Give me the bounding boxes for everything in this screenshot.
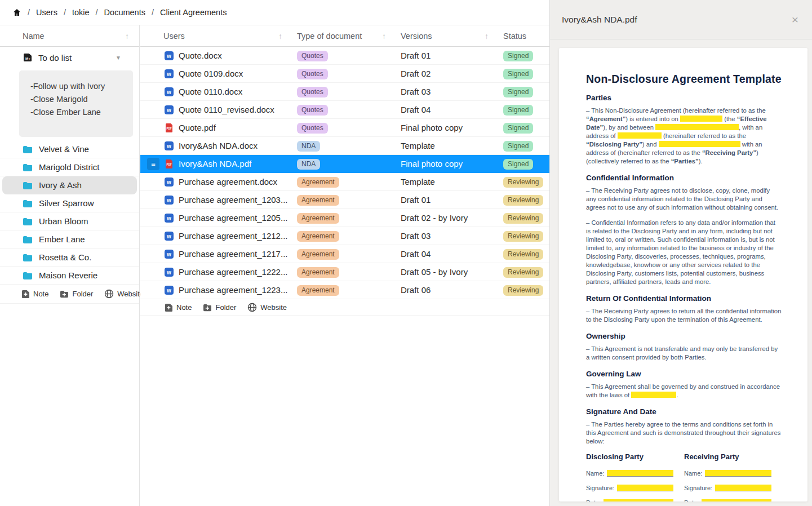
version-cell: Final photo copy (401, 159, 503, 168)
sidebar-add-note-button[interactable]: Note (21, 290, 48, 299)
file-name-cell: wPurchase agreement_1222... (140, 267, 297, 277)
table-add-note-button[interactable]: Note (165, 303, 192, 312)
table-row[interactable]: wIvory&Ash NDA.docxNDATemplateSigned (140, 137, 549, 155)
table-row[interactable]: wPurchase agreement.docxAgreementTemplat… (140, 173, 549, 191)
type-badge: Agreement (297, 213, 339, 224)
table-row[interactable]: PDFQuote.pdfQuotesFinal photo copySigned (140, 119, 549, 137)
pdf-file-icon: PDF (164, 159, 174, 169)
document-sections: Parties– This Non-Disclosure Agreement (… (586, 94, 782, 446)
column-header-status[interactable]: Status (503, 32, 549, 41)
sort-ascending-icon[interactable]: ↑ (125, 32, 129, 41)
home-icon[interactable] (12, 8, 21, 17)
table-row[interactable]: wPurchase agreement_1222...AgreementDraf… (140, 263, 549, 281)
table-add-folder-button[interactable]: Folder (203, 303, 236, 312)
sidebar-item-folder[interactable]: Marigold District (0, 158, 139, 176)
table-row[interactable]: wPurchase agreement_1223...AgreementDraf… (140, 281, 549, 299)
sort-ascending-icon[interactable]: ↑ (382, 32, 386, 41)
table-row[interactable]: wQuote 0110_revised.docxQuotesDraft 04Si… (140, 101, 549, 119)
word-file-icon: w (164, 285, 174, 295)
table-row[interactable]: wQuote 0110.docxQuotesDraft 03Signed (140, 83, 549, 101)
status-cell: Reviewing (503, 248, 549, 260)
type-badge: Quotes (297, 51, 328, 61)
column-header-type-of-document[interactable]: Type of document↑ (297, 32, 401, 41)
type-badge: NDA (297, 141, 320, 152)
folder-name: Rosetta & Co. (39, 252, 91, 262)
version-cell: Draft 06 (401, 285, 503, 295)
table-add-website-button[interactable]: Website (247, 303, 287, 312)
table-row[interactable]: wPurchase agreement_1205...AgreementDraf… (140, 209, 549, 227)
close-icon[interactable]: × (792, 14, 798, 25)
status-cell: Reviewing (503, 285, 549, 296)
signature-highlight-blank (604, 499, 673, 501)
sidebar-add-folder-button[interactable]: Folder (60, 290, 93, 298)
breadcrumb-item[interactable]: Client Agreements (160, 8, 227, 17)
sidebar-add-website-button[interactable]: Website (104, 289, 144, 299)
sidebar-item-folder[interactable]: Urban Bloom (0, 212, 139, 230)
table-row[interactable]: wQuote 0109.docxQuotesDraft 02Signed (140, 65, 549, 83)
globe-icon (247, 303, 257, 312)
file-name-cell: wPurchase agreement_1212... (140, 231, 297, 241)
sidebar-item-folder[interactable]: Ivory & Ash (2, 176, 137, 194)
type-cell: Quotes (297, 104, 401, 116)
type-badge: Agreement (297, 267, 339, 278)
column-header-users[interactable]: Users↑ (140, 32, 297, 41)
action-label: Note (33, 290, 48, 298)
document-paragraph: – The Receiving Party agrees to return a… (586, 307, 782, 324)
folder-icon (23, 181, 33, 189)
file-name: Quote.docx (179, 51, 222, 60)
sort-ascending-icon[interactable]: ↑ (278, 32, 282, 41)
drag-handle-icon[interactable]: ≡ (147, 158, 159, 170)
file-name-cell: wPurchase agreement_1205... (140, 213, 297, 223)
sort-ascending-icon[interactable]: ↑ (485, 32, 489, 41)
sidebar-item-folder[interactable]: Ember Lane (0, 230, 139, 248)
globe-icon (104, 289, 114, 299)
type-cell: Agreement (297, 267, 401, 278)
table-row[interactable]: wPurchase agreement_1217...AgreementDraf… (140, 245, 549, 263)
word-file-icon: w (164, 195, 174, 205)
table-row[interactable]: wPurchase agreement_1203...AgreementDraf… (140, 191, 549, 209)
signature-field-label: Name: (684, 470, 702, 477)
document-title: Non-Disclosure Agreement Template (586, 73, 782, 86)
folder-add-icon (203, 304, 212, 312)
table-row[interactable]: ≡PDFIvory&Ash NDA.pdfNDAFinal photo copy… (140, 155, 549, 173)
file-name-cell: PDFIvory&Ash NDA.pdf (140, 159, 297, 169)
status-cell: Reviewing (503, 194, 549, 206)
status-badge: Signed (503, 141, 533, 152)
sidebar-item-folder[interactable]: Rosetta & Co. (0, 248, 139, 267)
signature-field-label: Name: (586, 470, 604, 477)
signature-highlight-blank (607, 470, 673, 477)
table-row[interactable]: wPurchase agreement_1212...AgreementDraf… (140, 227, 549, 245)
highlight-blank (655, 124, 739, 130)
document-section-heading: Governing Law (586, 370, 782, 378)
breadcrumb-separator: / (96, 8, 98, 17)
document-paragraph: – Confidential Information refers to any… (586, 219, 782, 286)
sidebar-item-folder[interactable]: Silver Sparrow (0, 194, 139, 212)
version-cell: Draft 04 (401, 249, 503, 259)
file-name-cell: wPurchase agreement_1223... (140, 285, 297, 295)
word-file-icon: w (164, 177, 174, 187)
sidebar-item-folder[interactable]: Maison Reverie (0, 267, 139, 285)
sidebar-column-header[interactable]: Name ↑ (0, 25, 139, 47)
table-row[interactable]: wQuote.docxQuotesDraft 01Signed (140, 47, 549, 65)
type-badge: Agreement (297, 285, 339, 296)
sidebar-item-folder[interactable]: Velvet & Vine (0, 140, 139, 158)
breadcrumb-separator: / (28, 8, 30, 17)
type-cell: Agreement (297, 285, 401, 296)
sidebar-item-todo-list[interactable]: M+ To do list ▼ (0, 47, 139, 68)
folder-icon (23, 236, 33, 243)
sidebar-header-label: Name (23, 32, 45, 41)
version-cell: Template (401, 177, 503, 187)
highlight-blank (618, 132, 662, 139)
word-file-icon: w (164, 231, 174, 241)
document-section-heading: Confidential Information (586, 174, 782, 182)
type-cell: Quotes (297, 68, 401, 79)
file-name-cell: wQuote.docx (140, 51, 297, 61)
column-header-versions[interactable]: Versions↑ (401, 32, 503, 41)
breadcrumb-item[interactable]: tokie (72, 8, 90, 17)
todo-notes-textarea[interactable]: -Follow up with Ivory -Close Marigold -C… (19, 70, 133, 137)
chevron-down-icon[interactable]: ▼ (116, 55, 121, 61)
breadcrumb-item[interactable]: Users (36, 8, 57, 17)
breadcrumb-item[interactable]: Documents (104, 8, 145, 17)
highlight-blank (680, 116, 722, 122)
folder-name: Silver Sparrow (39, 198, 94, 208)
